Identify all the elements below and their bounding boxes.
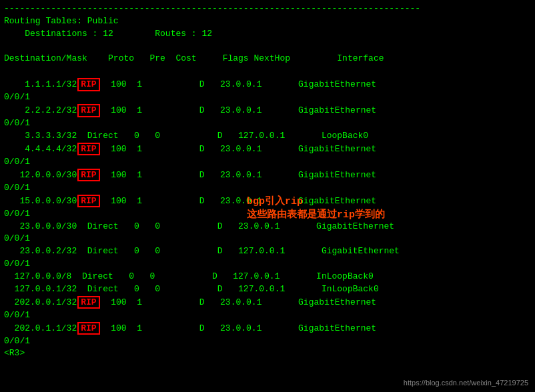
route-iface-line: 0/0/1 [4, 335, 531, 348]
route-dest: 2.2.2.2/32 [4, 105, 77, 115]
route-line: 202.0.0.1/32RIP 100 1 D 23.0.0.1 Gigabit… [4, 296, 531, 309]
route-dest: 202.0.1.1/32 [4, 323, 77, 333]
route-line: 23.0.0.2/32 Direct 0 0 D 127.0.0.1 Gigab… [4, 245, 531, 258]
separator-line: ----------------------------------------… [4, 3, 531, 15]
route-rest: 100 1 D 23.0.0.1 GigabitEthernet [101, 79, 376, 89]
route-dest: 15.0.0.0/30 [4, 196, 77, 206]
route-dest: 1.1.1.1/32 [4, 79, 77, 89]
route-line: 3.3.3.3/32 Direct 0 0 D 127.0.0.1 LoopBa… [4, 130, 531, 143]
route-rest: 100 1 D 23.0.0.1 GigabitEthernet [101, 144, 376, 154]
route-iface-line: 0/0/1 [4, 309, 531, 322]
rip-badge: RIP [77, 296, 99, 309]
route-line: 23.0.0.0/30 Direct 0 0 D 23.0.0.1 Gigabi… [4, 221, 531, 233]
route-line: 1.1.1.1/32RIP 100 1 D 23.0.0.1 GigabitEt… [4, 78, 531, 91]
watermark: https://blog.csdn.net/weixin_47219725 [404, 379, 528, 387]
route-iface-line: 0/0/1 [4, 156, 531, 169]
route-line: 4.4.4.4/32RIP 100 1 D 23.0.0.1 GigabitEt… [4, 143, 531, 156]
blank-line-1 [4, 41, 531, 53]
blank-line-2 [4, 65, 531, 78]
route-rest: 100 1 D 23.0.0.1 GigabitEthernet [101, 323, 376, 333]
rip-badge: RIP [77, 195, 99, 208]
annotation-line1: bgp引入rip [247, 195, 303, 207]
route-rest: 100 1 D 23.0.0.1 GigabitEthernet [101, 105, 376, 115]
route-line: 12.0.0.0/30RIP 100 1 D 23.0.0.1 GigabitE… [4, 169, 531, 182]
route-line: 127.0.0.1/32 Direct 0 0 D 127.0.0.1 InLo… [4, 283, 531, 296]
terminal-window: ----------------------------------------… [0, 0, 535, 392]
rip-badge: RIP [77, 78, 99, 91]
route-line: 2.2.2.2/32RIP 100 1 D 23.0.0.1 GigabitEt… [4, 104, 531, 117]
rip-badge: RIP [77, 169, 99, 182]
route-iface-line: 0/0/1 [4, 233, 531, 245]
route-rest: 100 1 D 23.0.0.1 GigabitEthernet [101, 170, 376, 180]
terminal-prompt[interactable]: <R3> [4, 347, 531, 360]
routing-table-header: Routing Tables: Public [4, 15, 531, 28]
column-headers: Destination/Mask Proto Pre Cost Flags Ne… [4, 53, 531, 65]
route-dest: 12.0.0.0/30 [4, 170, 77, 180]
route-dest: 202.0.0.1/32 [4, 297, 77, 307]
route-iface-line: 0/0/1 [4, 117, 531, 130]
rip-badge: RIP [77, 143, 99, 156]
route-iface-line: 0/0/1 [4, 91, 531, 104]
route-line: 127.0.0.0/8 Direct 0 0 D 127.0.0.1 InLoo… [4, 271, 531, 283]
route-iface-line: 0/0/1 [4, 258, 531, 271]
route-rest: 100 1 D 23.0.0.1 GigabitEthernet [101, 196, 376, 206]
routing-destinations: Destinations : 12 Routes : 12 [4, 28, 531, 41]
annotation-line2: 这些路由表都是通过rip学到的 [247, 208, 385, 221]
rip-badge: RIP [77, 322, 99, 335]
route-rest: 100 1 D 23.0.0.1 GigabitEthernet [101, 297, 376, 307]
route-dest: 4.4.4.4/32 [4, 144, 77, 154]
rip-badge: RIP [77, 104, 99, 117]
route-iface-line: 0/0/1 [4, 182, 531, 195]
route-line: 202.0.1.1/32RIP 100 1 D 23.0.0.1 Gigabit… [4, 322, 531, 335]
